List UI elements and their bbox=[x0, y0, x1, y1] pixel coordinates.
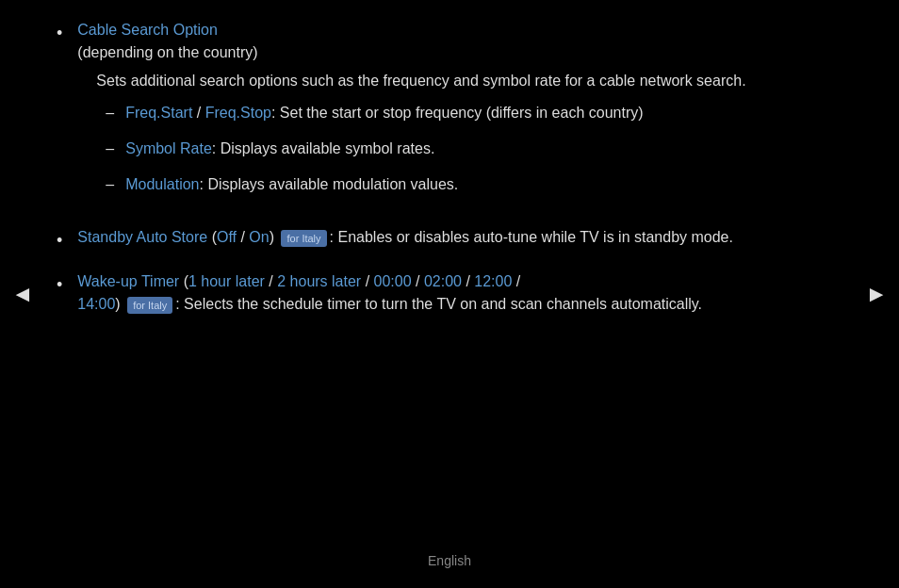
cable-search-subtitle: (depending on the country) bbox=[77, 44, 257, 60]
wake-up-sep-2: / bbox=[361, 273, 373, 289]
wake-up-sep-1: / bbox=[265, 273, 277, 289]
modulation-term: Modulation bbox=[125, 176, 199, 192]
bullet-dot-1: • bbox=[57, 21, 62, 46]
wake-up-description: : Selects the schedule timer to turn the… bbox=[175, 296, 702, 312]
wake-up-title: Wake-up Timer bbox=[77, 273, 179, 289]
standby-paren-close: ) bbox=[270, 229, 274, 245]
freq-separator: / bbox=[192, 105, 204, 121]
wake-up-badge: for Italy bbox=[127, 297, 172, 315]
standby-content: Standby Auto Store (Off / On) for Italy:… bbox=[77, 226, 824, 249]
cable-search-content: Cable Search Option (depending on the co… bbox=[77, 19, 824, 209]
wake-up-option-5: 12:00 bbox=[474, 273, 512, 289]
standby-title: Standby Auto Store bbox=[77, 229, 207, 245]
symbol-rate-term: Symbol Rate bbox=[125, 140, 212, 156]
footer: English bbox=[0, 551, 899, 571]
dash-1: – bbox=[106, 102, 114, 124]
wake-up-paren-close: ) bbox=[115, 296, 120, 312]
wake-up-option-3: 00:00 bbox=[374, 273, 412, 289]
cable-search-indent: Sets additional search options such as t… bbox=[96, 70, 824, 196]
wake-up-option-2: 2 hours later bbox=[277, 273, 361, 289]
bullet-dot-3: • bbox=[57, 272, 62, 298]
freq-start-stop-content: Freq.Start / Freq.Stop: Set the start or… bbox=[125, 102, 824, 124]
standby-on: On bbox=[249, 229, 269, 245]
standby-off: Off bbox=[217, 229, 237, 245]
wake-up-sep-5: / bbox=[512, 273, 520, 289]
modulation-description: : Displays available modulation values. bbox=[200, 176, 459, 192]
standby-sep: / bbox=[237, 229, 249, 245]
standby-auto-store-section: • Standby Auto Store (Off / On) for Ital… bbox=[57, 226, 824, 253]
cable-search-section: • Cable Search Option (depending on the … bbox=[57, 19, 824, 209]
footer-language: English bbox=[428, 553, 471, 568]
freq-start-stop-item: – Freq.Start / Freq.Stop: Set the start … bbox=[106, 102, 824, 124]
wake-up-sep-4: / bbox=[462, 273, 474, 289]
symbol-rate-item: – Symbol Rate: Displays available symbol… bbox=[106, 138, 824, 160]
modulation-item: – Modulation: Displays available modulat… bbox=[106, 173, 824, 196]
cable-search-title: Cable Search Option bbox=[77, 22, 218, 38]
bullet-dot-2: • bbox=[57, 228, 62, 253]
freq-start-term: Freq.Start bbox=[125, 105, 192, 121]
freq-description: : Set the start or stop frequency (diffe… bbox=[271, 105, 644, 121]
wake-up-content: Wake-up Timer (1 hour later / 2 hours la… bbox=[77, 270, 824, 316]
symbol-rate-description: : Displays available symbol rates. bbox=[212, 140, 435, 156]
wake-up-option-6: 14:00 bbox=[77, 296, 115, 312]
symbol-rate-content: Symbol Rate: Displays available symbol r… bbox=[125, 138, 824, 160]
dash-2: – bbox=[106, 138, 114, 160]
standby-description: : Enables or disables auto-tune while TV… bbox=[330, 229, 733, 245]
wake-up-sep-3: / bbox=[412, 273, 424, 289]
wake-up-timer-section: • Wake-up Timer (1 hour later / 2 hours … bbox=[57, 270, 824, 316]
main-content: • Cable Search Option (depending on the … bbox=[0, 0, 899, 351]
modulation-content: Modulation: Displays available modulatio… bbox=[125, 173, 824, 196]
dash-3: – bbox=[106, 173, 114, 196]
freq-stop-term: Freq.Stop bbox=[205, 105, 271, 121]
wake-up-option-4: 02:00 bbox=[424, 273, 462, 289]
standby-badge: for Italy bbox=[281, 230, 326, 248]
wake-up-option-1: 1 hour later bbox=[188, 273, 265, 289]
cable-search-description: Sets additional search options such as t… bbox=[96, 70, 824, 92]
